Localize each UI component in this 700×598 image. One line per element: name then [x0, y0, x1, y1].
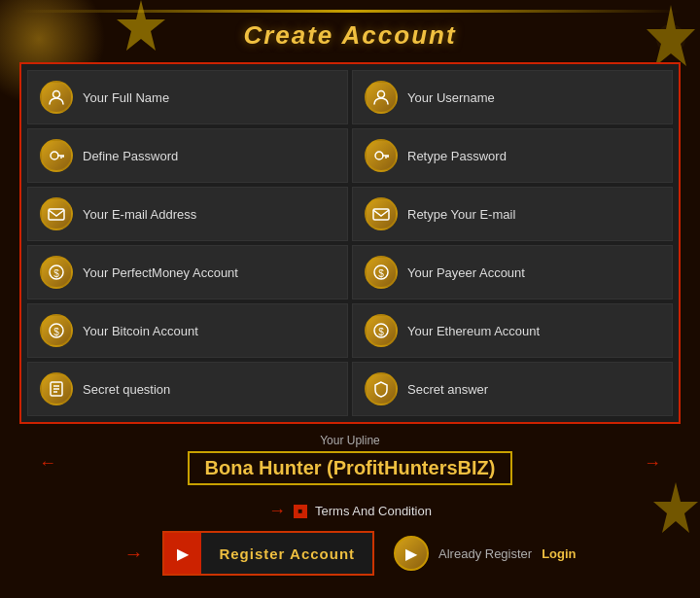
- field-payeer[interactable]: $ Your Payeer Account: [352, 245, 673, 299]
- svg-point-4: [53, 91, 60, 98]
- email-address-label: Your E-mail Address: [83, 207, 196, 222]
- secret-answer-label: Secret answer: [407, 382, 488, 397]
- field-perfectmoney[interactable]: $ Your PerfectMoney Account: [27, 245, 348, 299]
- field-ethereum[interactable]: $ Your Ethereum Account: [352, 303, 673, 358]
- upline-label: Your Upline: [188, 434, 513, 447]
- field-full-name[interactable]: Your Full Name: [27, 70, 348, 124]
- payeer-label: Your Payeer Account: [407, 265, 525, 280]
- register-btn-label: Register Account: [201, 545, 372, 562]
- terms-arrow-icon: →: [268, 501, 286, 521]
- svg-text:$: $: [53, 327, 59, 337]
- top-divider: [19, 10, 681, 13]
- secret-answer-icon: [365, 372, 398, 405]
- already-register-text: Already Register: [438, 546, 532, 561]
- field-username[interactable]: Your Username: [352, 70, 673, 124]
- form-container: Your Full Name Your Username Define Pass…: [19, 62, 681, 424]
- already-section: ▶ Already Register Login: [394, 536, 577, 571]
- retype-password-icon: [365, 139, 398, 172]
- register-button[interactable]: ▶ Register Account: [162, 531, 374, 576]
- perfectmoney-label: Your PerfectMoney Account: [83, 265, 238, 280]
- upline-name: Bona Hunter (ProfitHuntersBIZ): [188, 451, 513, 485]
- svg-text:$: $: [378, 327, 384, 337]
- svg-text:$: $: [378, 268, 384, 279]
- terms-section: → Terms And Condition: [19, 501, 681, 521]
- already-play-icon: ▶: [394, 536, 429, 571]
- svg-point-5: [378, 91, 385, 98]
- bitcoin-icon: $: [40, 314, 73, 347]
- payeer-icon: $: [365, 256, 398, 289]
- field-define-password[interactable]: Define Password: [27, 128, 348, 183]
- username-icon: [365, 81, 398, 114]
- actions-section: → ▶ Register Account ▶ Already Register …: [19, 531, 681, 576]
- bitcoin-label: Your Bitcoin Account: [83, 324, 198, 338]
- field-secret-answer[interactable]: Secret answer: [352, 362, 673, 416]
- svg-text:$: $: [53, 268, 59, 279]
- svg-rect-14: [49, 209, 64, 220]
- terms-checkbox[interactable]: [294, 505, 307, 518]
- field-retype-password[interactable]: Retype Password: [352, 128, 673, 183]
- field-retype-email[interactable]: Retype Your E-mail: [352, 187, 673, 241]
- field-email-address[interactable]: Your E-mail Address: [27, 187, 348, 241]
- secret-question-icon: [40, 372, 73, 405]
- define-password-icon: [40, 139, 73, 172]
- form-grid: Your Full Name Your Username Define Pass…: [27, 70, 673, 416]
- full-name-label: Your Full Name: [83, 90, 169, 105]
- perfectmoney-icon: $: [40, 256, 73, 289]
- field-secret-question[interactable]: Secret question: [27, 362, 348, 416]
- retype-password-label: Retype Password: [407, 149, 507, 163]
- svg-point-10: [375, 152, 383, 159]
- arrow-left-icon: ←: [39, 453, 56, 474]
- svg-rect-15: [373, 209, 389, 220]
- field-bitcoin[interactable]: $ Your Bitcoin Account: [27, 303, 348, 358]
- full-name-icon: [40, 81, 73, 114]
- ethereum-label: Your Ethereum Account: [407, 324, 540, 338]
- username-label: Your Username: [407, 90, 495, 105]
- page-title: Create Account: [19, 20, 681, 51]
- upline-section: Your Upline Bona Hunter (ProfitHuntersBI…: [188, 434, 513, 485]
- ethereum-icon: $: [365, 314, 398, 347]
- svg-point-6: [51, 152, 58, 159]
- retype-email-label: Retype Your E-mail: [407, 207, 515, 222]
- arrow-right-icon: →: [644, 453, 661, 474]
- email-address-icon: [40, 197, 73, 230]
- register-arrow-icon: →: [123, 543, 143, 565]
- upline-wrapper: ← Your Upline Bona Hunter (ProfitHunters…: [19, 434, 681, 493]
- retype-email-icon: [365, 197, 398, 230]
- login-link[interactable]: Login: [542, 546, 576, 561]
- terms-text: Terms And Condition: [315, 504, 432, 518]
- register-btn-play-icon: ▶: [164, 533, 201, 574]
- secret-question-label: Secret question: [83, 382, 170, 397]
- define-password-label: Define Password: [83, 149, 178, 163]
